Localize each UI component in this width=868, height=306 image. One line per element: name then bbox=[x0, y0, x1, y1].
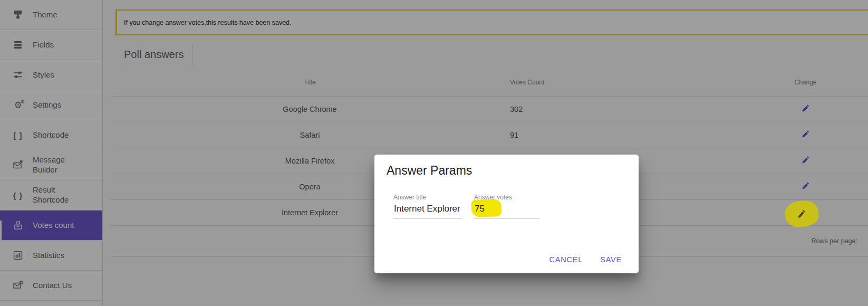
answer-votes-input[interactable] bbox=[474, 203, 540, 218]
answer-title-label: Answer title bbox=[393, 194, 462, 201]
answer-title-input[interactable] bbox=[393, 203, 462, 218]
cancel-button[interactable]: CANCEL bbox=[549, 254, 584, 265]
pencil-icon bbox=[797, 209, 806, 218]
answer-params-dialog: Answer Params Answer title Answer votes … bbox=[374, 155, 639, 273]
dialog-title: Answer Params bbox=[387, 164, 639, 178]
dialog-actions: CANCEL SAVE bbox=[549, 254, 622, 265]
save-button[interactable]: SAVE bbox=[600, 254, 622, 265]
answer-votes-field: Answer votes bbox=[474, 194, 540, 218]
app-window: ThemeFieldsStyles⚙⚙Settings[ ]ShortcodeM… bbox=[0, 0, 868, 306]
answer-title-field: Answer title bbox=[393, 194, 462, 218]
dialog-fields: Answer title Answer votes bbox=[393, 194, 639, 218]
